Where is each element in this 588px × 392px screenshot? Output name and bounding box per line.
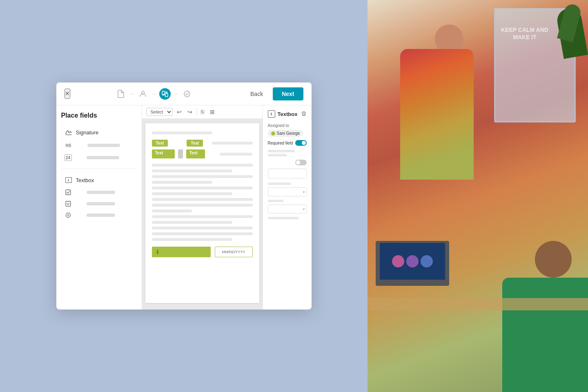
step-document[interactable] xyxy=(115,88,127,100)
initials-placeholder xyxy=(87,144,120,147)
field-tag-3[interactable]: Text xyxy=(152,149,175,158)
doc-toolbar: Select ↩ ↪ ⎘ ⊞ xyxy=(142,105,263,119)
initials-icon: HS xyxy=(65,141,73,149)
svg-point-3 xyxy=(184,91,190,97)
document-page: Text Text Text Text xyxy=(145,123,259,303)
chevron-icon-1: ▾ xyxy=(303,190,305,194)
second-toggle[interactable] xyxy=(295,160,307,165)
svg-rect-4 xyxy=(66,190,71,195)
chevron-icon-2: ▾ xyxy=(303,207,305,211)
doc-line-1 xyxy=(152,131,212,134)
panel-input-mock[interactable] xyxy=(268,169,307,178)
toolbar-navigation: Back Next xyxy=(245,87,303,100)
page-select[interactable]: Select xyxy=(146,108,173,116)
step-indicators: → → → xyxy=(78,88,229,100)
sig-icon: ⬇ xyxy=(155,249,160,255)
date-field[interactable]: MM/DD/YYYY xyxy=(215,247,253,257)
panel-placeholder-3 xyxy=(268,183,291,185)
doc-line-7 xyxy=(152,192,233,195)
date-icon: 24 xyxy=(65,154,72,161)
assigned-dot xyxy=(271,131,275,136)
sidebar-item-date[interactable]: 24 xyxy=(61,152,137,163)
doc-bottom-row: ⬇ MM/DD/YYYY xyxy=(152,247,253,257)
modal-body: Place fields Signature HS xyxy=(56,105,312,310)
panel-title-row: 1 Textbox xyxy=(268,110,298,118)
radio-placeholder xyxy=(87,214,115,217)
sidebar-item-initials[interactable]: HS xyxy=(61,139,137,152)
signature-field[interactable]: ⬇ xyxy=(152,247,211,257)
panel-placeholder-2 xyxy=(268,154,287,156)
doc-line-2 xyxy=(152,164,253,167)
doc-line-11 xyxy=(152,215,253,218)
circle-pink xyxy=(392,255,404,267)
laptop-screen xyxy=(380,243,445,280)
close-button[interactable]: × xyxy=(65,89,71,99)
field-tag-2[interactable]: Text xyxy=(187,140,203,147)
signature-icon xyxy=(65,128,73,136)
doc-line-8 xyxy=(152,198,253,201)
panel-select-mock-2[interactable]: ▾ xyxy=(268,205,307,214)
doc-line-14 xyxy=(152,232,253,235)
dropdown-placeholder xyxy=(87,202,115,205)
svg-rect-1 xyxy=(162,91,165,94)
svg-point-7 xyxy=(67,214,69,216)
assigned-to-label: Assigned to xyxy=(268,123,307,128)
panel-select-mock-1[interactable]: ▾ xyxy=(268,187,307,196)
keep-calm-text: KEEP CALM AND MAKE IT xyxy=(496,26,554,41)
required-field-label: Required field xyxy=(268,141,293,145)
left-area: × → → xyxy=(0,0,368,392)
step-review[interactable] xyxy=(181,88,193,100)
doc-fields-row-1: Text Text xyxy=(152,140,253,147)
right-panel: 1 Textbox Assigned to Sam George Requ xyxy=(263,105,312,310)
photo-background: KEEP CALM AND MAKE IT xyxy=(368,0,588,392)
date-placeholder xyxy=(87,156,119,159)
back-button[interactable]: Back xyxy=(245,88,268,100)
sidebar-item-checkbox[interactable] xyxy=(61,187,137,198)
document-area: Select ↩ ↪ ⎘ ⊞ Text xyxy=(142,105,263,310)
doc-fields-row-2: Text Text xyxy=(152,149,253,158)
doc-line-4 xyxy=(152,175,253,178)
required-toggle[interactable] xyxy=(295,140,307,146)
table-surface xyxy=(368,298,588,310)
next-button[interactable]: Next xyxy=(273,87,303,100)
doc-line-12 xyxy=(152,221,233,224)
circle-blue xyxy=(421,255,433,267)
textbox-label: Textbox xyxy=(76,177,94,183)
svg-rect-5 xyxy=(66,201,71,206)
panel-placeholder-1 xyxy=(268,150,295,152)
step-recipients[interactable] xyxy=(137,88,149,100)
svg-rect-2 xyxy=(165,94,168,97)
sidebar-item-dropdown[interactable] xyxy=(61,198,137,209)
main-person xyxy=(400,24,474,184)
sidebar-item-radio[interactable] xyxy=(61,209,137,221)
step-arrow-3: → xyxy=(173,91,179,97)
toolbar-divider xyxy=(196,108,197,116)
undo-button[interactable]: ↩ xyxy=(175,108,183,116)
panel-title-icon: 1 xyxy=(268,110,275,118)
plant xyxy=(555,0,588,82)
modal-container: × → → xyxy=(56,82,312,310)
svg-point-6 xyxy=(66,213,70,218)
assigned-badge: Sam George xyxy=(268,130,303,137)
checkbox-placeholder xyxy=(87,191,115,194)
delete-field-button[interactable] xyxy=(301,111,307,118)
step-place-fields[interactable] xyxy=(159,88,171,100)
second-person xyxy=(502,241,588,392)
panel-placeholder-4 xyxy=(268,200,283,202)
sidebar-title: Place fields xyxy=(61,112,137,119)
paste-button[interactable]: ⊞ xyxy=(208,108,216,116)
redo-button[interactable]: ↪ xyxy=(186,108,194,116)
sidebar-divider xyxy=(61,168,137,169)
required-field-row: Required field xyxy=(268,140,307,146)
circle-purple xyxy=(406,255,419,267)
field-tag-1[interactable]: Text xyxy=(152,140,168,147)
doc-line-5 xyxy=(152,181,212,184)
sidebar-item-signature[interactable]: Signature xyxy=(61,126,137,139)
sidebar-item-textbox[interactable]: 1 Textbox xyxy=(61,174,137,187)
field-tag-4[interactable]: Text xyxy=(186,149,205,158)
step-arrow-1: → xyxy=(129,91,135,97)
copy-button[interactable]: ⎘ xyxy=(199,108,206,116)
laptop-circles xyxy=(392,255,433,267)
dropdown-icon xyxy=(65,200,72,207)
panel-header: 1 Textbox xyxy=(268,110,307,118)
